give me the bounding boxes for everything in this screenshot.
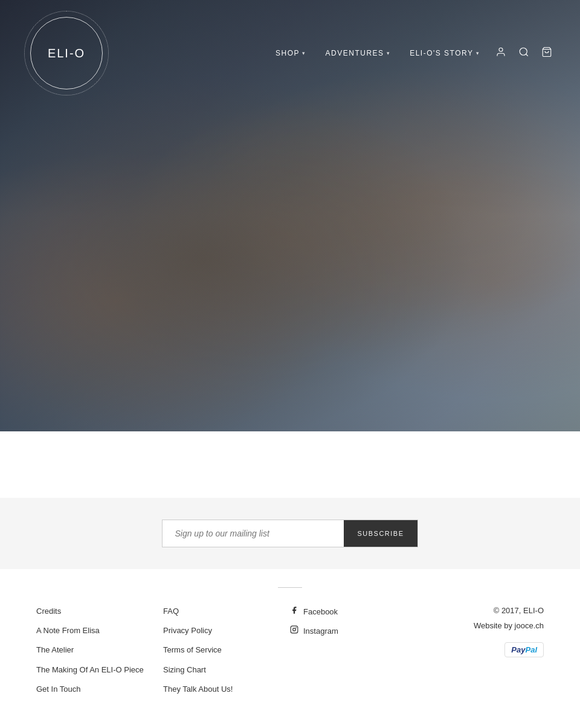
site-footer: Credits A Note From Elisa The Atelier Th… — [0, 588, 580, 725]
footer-divider — [278, 587, 302, 588]
logo-inner-circle: ELI-O — [30, 17, 103, 89]
svg-point-5 — [296, 628, 297, 628]
nav-shop[interactable]: SHOP ▾ — [268, 44, 314, 62]
mailing-section: SUBSCRIBE — [0, 498, 580, 569]
svg-point-1 — [520, 48, 527, 55]
footer-col-social: Facebook Instagram — [290, 606, 417, 695]
svg-point-4 — [293, 628, 296, 631]
footer-link-sizing[interactable]: Sizing Chart — [163, 665, 290, 675]
nav-icon-group — [492, 44, 556, 63]
footer-link-faq[interactable]: FAQ — [163, 606, 290, 617]
footer-link-tos[interactable]: Terms of Service — [163, 645, 290, 656]
footer-website: Website by jooce.ch — [417, 621, 544, 630]
footer-divider-section — [0, 569, 580, 588]
footer-grid: Credits A Note From Elisa The Atelier Th… — [36, 606, 544, 695]
footer-col-info: © 2017, ELI-O Website by jooce.ch PayPal — [417, 606, 544, 695]
footer-link-contact[interactable]: Get In Touch — [36, 684, 163, 695]
footer-col-2: FAQ Privacy Policy Terms of Service Sizi… — [163, 606, 290, 695]
footer-link-atelier[interactable]: The Atelier — [36, 645, 163, 656]
footer-copyright: © 2017, ELI-O — [417, 606, 544, 615]
footer-link-credits[interactable]: Credits — [36, 606, 163, 617]
svg-rect-3 — [291, 626, 298, 633]
subscribe-button[interactable]: SUBSCRIBE — [344, 520, 417, 547]
mailing-input[interactable] — [163, 520, 344, 547]
facebook-icon — [290, 606, 298, 617]
footer-link-making[interactable]: The Making Of An ELI-O Piece — [36, 665, 163, 675]
footer-link-facebook[interactable]: Facebook — [290, 606, 417, 617]
nav-adventures[interactable]: ADVENTURES ▾ — [318, 44, 398, 62]
site-header: ELI-O SHOP ▾ ADVENTURES ▾ ELI-O'S STORY … — [0, 0, 580, 106]
shop-chevron-icon: ▾ — [302, 50, 306, 56]
login-icon[interactable] — [492, 44, 510, 63]
search-icon[interactable] — [515, 44, 533, 63]
footer-link-privacy[interactable]: Privacy Policy — [163, 625, 290, 636]
paypal-badge: PayPal — [417, 642, 544, 657]
story-chevron-icon: ▾ — [476, 50, 480, 56]
instagram-icon — [290, 625, 298, 636]
adventures-chevron-icon: ▾ — [387, 50, 391, 56]
nav-story[interactable]: ELI-O'S STORY ▾ — [402, 44, 487, 62]
footer-link-press[interactable]: They Talk About Us! — [163, 684, 290, 695]
main-nav: SHOP ▾ ADVENTURES ▾ ELI-O'S STORY ▾ — [268, 44, 556, 63]
cart-icon[interactable] — [538, 44, 556, 63]
footer-link-instagram[interactable]: Instagram — [290, 625, 417, 636]
footer-col-1: Credits A Note From Elisa The Atelier Th… — [36, 606, 163, 695]
spacer-section — [0, 431, 580, 498]
logo[interactable]: ELI-O — [24, 11, 109, 95]
logo-text: ELI-O — [48, 47, 85, 60]
mailing-form: SUBSCRIBE — [162, 520, 417, 547]
svg-point-0 — [499, 48, 503, 51]
footer-link-note[interactable]: A Note From Elisa — [36, 625, 163, 636]
paypal-button[interactable]: PayPal — [504, 642, 544, 657]
